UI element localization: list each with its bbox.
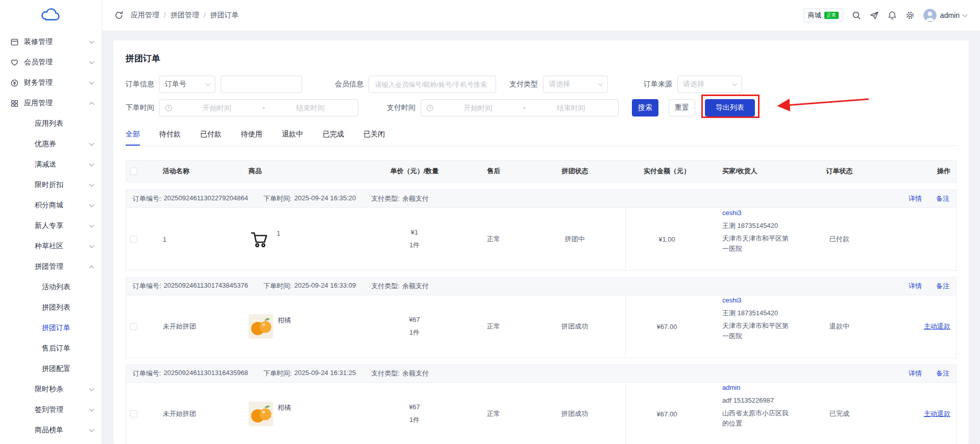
- order-source-select[interactable]: 请选择: [677, 76, 742, 93]
- column-buyer: 买家/收货人: [708, 160, 797, 182]
- sidebar: 装修管理 会员管理 财务管理 应用管理 应用列表 优惠券 满减送 限时折扣 积分…: [0, 0, 102, 444]
- page-card: 拼团订单 订单信息 订单号 会员信息 支付类型 请选: [113, 40, 969, 444]
- order-time-value: 2025-09-24 16:33:09: [295, 282, 356, 291]
- bell-icon[interactable]: [888, 11, 897, 20]
- order-meta-bar: 订单编号:20250924611301316435968 下单时间:2025-0…: [126, 364, 957, 383]
- tab-all[interactable]: 全部: [126, 130, 140, 145]
- paper-plane-icon[interactable]: [870, 11, 879, 20]
- table-header-row: 活动名称 商品 单价（元）/数量 售后 拼团状态 实付金额（元） 买家/收货人 …: [126, 160, 957, 182]
- sidebar-item-finance[interactable]: 财务管理: [0, 73, 102, 93]
- tab-paid[interactable]: 已付款: [200, 130, 222, 145]
- aftersale-status: 正常: [463, 208, 524, 270]
- logo[interactable]: [0, 0, 102, 32]
- member-search-input[interactable]: [369, 76, 496, 93]
- pay-time-start-input[interactable]: [436, 104, 520, 112]
- sidebar-item-newcomer[interactable]: 新人专享: [0, 216, 102, 236]
- sidebar-item-app-list[interactable]: 应用列表: [0, 113, 102, 134]
- sidebar-item-points-mall[interactable]: 积分商城: [0, 195, 102, 216]
- remark-link[interactable]: 备注: [936, 282, 949, 291]
- product-name: 1: [277, 229, 280, 237]
- column-product: 商品: [233, 160, 366, 182]
- order-number-input[interactable]: [220, 76, 302, 93]
- sidebar-item-coupon[interactable]: 优惠券: [0, 134, 102, 154]
- user-menu[interactable]: admin: [923, 9, 967, 22]
- sidebar-item-group-config[interactable]: 拼团配置: [0, 359, 102, 379]
- order-time-end-input[interactable]: [268, 104, 353, 112]
- gear-icon[interactable]: [905, 11, 915, 20]
- sidebar-item-community[interactable]: 种草社区: [0, 236, 102, 256]
- tab-closed[interactable]: 已关闭: [363, 130, 385, 145]
- sidebar-item-group-orders[interactable]: 拼团订单: [0, 318, 102, 338]
- sidebar-item-group-list[interactable]: 拼团列表: [0, 297, 102, 318]
- detail-link[interactable]: 详情: [909, 369, 922, 378]
- manual-refund-link[interactable]: 主动退款: [924, 322, 950, 331]
- remark-link[interactable]: 备注: [936, 194, 949, 203]
- pay-type-label: 支付类型:: [371, 194, 400, 203]
- buyer-cell: ceshi3 王测 18735145420 天津市天津市和平区第一医院: [708, 295, 797, 358]
- tab-pending-payment[interactable]: 待付款: [159, 130, 181, 145]
- buyer-name-link[interactable]: admin: [722, 383, 740, 393]
- chevron-down-icon: [89, 386, 94, 391]
- pay-time-end-input[interactable]: [529, 104, 613, 112]
- row-checkbox[interactable]: [130, 236, 137, 243]
- sidebar-item-activity-list[interactable]: 活动列表: [0, 277, 102, 297]
- sidebar-item-full-reduction[interactable]: 满减送: [0, 154, 102, 175]
- sidebar-item-time-discount[interactable]: 限时折扣: [0, 175, 102, 195]
- order-row: 未开始拼团 柑橘 ¥67: [126, 383, 957, 444]
- breadcrumb: 应用管理 / 拼团管理 / 拼团订单: [131, 11, 239, 20]
- pay-type-label: 支付类型: [509, 80, 538, 89]
- sidebar-item-label: 积分商城: [35, 201, 63, 210]
- order-time-value: 2025-09-24 16:35:20: [295, 194, 356, 203]
- column-paid-amount: 实付金额（元）: [626, 160, 708, 182]
- column-order-status: 订单状态: [797, 160, 881, 182]
- pay-type-select[interactable]: 请选择: [543, 76, 608, 93]
- export-button[interactable]: 导出列表: [705, 99, 755, 116]
- shop-status-badge[interactable]: 商城 正常: [803, 8, 843, 22]
- tab-to-use[interactable]: 待使用: [241, 130, 262, 145]
- chevron-down-icon: [89, 59, 94, 64]
- sidebar-item-decoration[interactable]: 装修管理: [0, 32, 102, 52]
- sidebar-item-checkin[interactable]: 签到管理: [0, 400, 102, 420]
- sidebar-item-group-management[interactable]: 拼团管理: [0, 256, 102, 277]
- breadcrumb-item[interactable]: 拼团管理: [170, 11, 199, 20]
- chevron-down-icon: [89, 38, 94, 43]
- buyer-name-link[interactable]: ceshi3: [722, 295, 742, 306]
- manual-refund-link[interactable]: 主动退款: [924, 409, 950, 418]
- app-window: 装修管理 会员管理 财务管理 应用管理 应用列表 优惠券 满减送 限时折扣 积分…: [0, 0, 980, 444]
- row-checkbox[interactable]: [130, 410, 137, 417]
- sidebar-item-flash-sale[interactable]: 限时秒杀: [0, 379, 102, 400]
- order-info-label: 订单信息: [126, 80, 154, 89]
- order-time-range-picker[interactable]: -: [159, 99, 358, 116]
- group-status: 拼团成功: [524, 383, 626, 444]
- sidebar-item-member[interactable]: 会员管理: [0, 52, 102, 73]
- chevron-up-icon: [89, 265, 94, 270]
- remark-link[interactable]: 备注: [936, 369, 949, 378]
- order-time-start-input[interactable]: [175, 104, 259, 112]
- order-meta-bar: 订单编号:20250924611302279204864 下单时间:2025-0…: [126, 190, 957, 208]
- search-button[interactable]: 搜索: [632, 99, 658, 116]
- quantity: 1件: [409, 241, 420, 250]
- row-checkbox[interactable]: [130, 323, 137, 330]
- tab-refunding[interactable]: 退款中: [282, 130, 303, 145]
- sidebar-item-aftersale-orders[interactable]: 售后订单: [0, 338, 102, 359]
- column-unit-price-qty: 单价（元）/数量: [366, 160, 463, 182]
- breadcrumb-separator: /: [164, 11, 166, 19]
- detail-link[interactable]: 详情: [909, 194, 922, 203]
- buyer-name-link[interactable]: ceshi3: [722, 208, 742, 218]
- detail-link[interactable]: 详情: [909, 282, 922, 291]
- search-icon[interactable]: [852, 11, 861, 20]
- column-group-status: 拼团状态: [524, 160, 626, 182]
- order-info-type-select[interactable]: 订单号: [159, 76, 215, 93]
- breadcrumb-item[interactable]: 应用管理: [131, 11, 159, 20]
- pay-time-range-picker[interactable]: -: [421, 99, 619, 116]
- reset-button[interactable]: 重置: [669, 99, 695, 116]
- order-time-value: 2025-09-24 16:31:25: [295, 369, 356, 378]
- sidebar-item-product-ranking[interactable]: 商品榜单: [0, 420, 102, 440]
- sidebar-item-label: 拼团管理: [35, 262, 63, 271]
- tab-completed[interactable]: 已完成: [323, 130, 344, 145]
- refresh-icon[interactable]: [114, 11, 124, 20]
- sidebar-item-apps[interactable]: 应用管理: [0, 93, 102, 113]
- product-name: 柑橘: [278, 403, 291, 412]
- pay-type-label: 支付类型:: [371, 282, 400, 291]
- select-all-checkbox[interactable]: [130, 168, 137, 175]
